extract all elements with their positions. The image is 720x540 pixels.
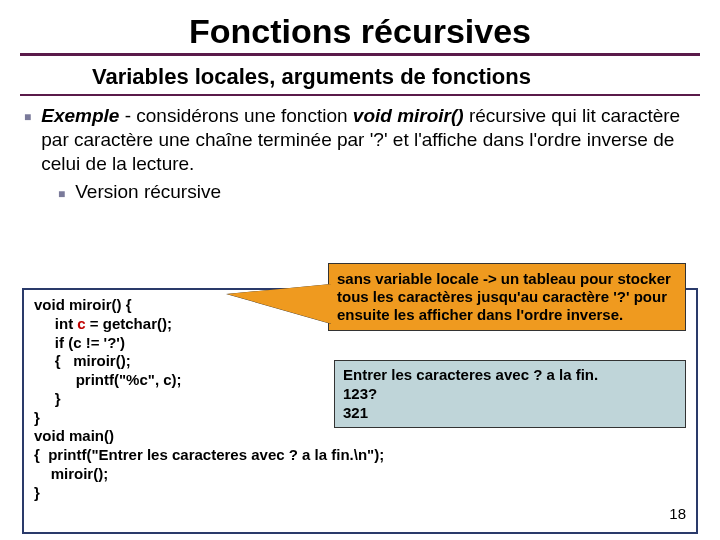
sub-bullet-text: Version récursive (75, 181, 221, 203)
code-var-c: c (77, 315, 85, 332)
code-l4: { miroir(); (34, 352, 131, 369)
code-l10: miroir(); (34, 465, 108, 482)
code-l7: } (34, 409, 40, 426)
bullet-lead: Exemple (41, 105, 119, 126)
code-l2b: = getchar(); (86, 315, 172, 332)
code-l9: { printf("Entrer les caracteres avec ? a… (34, 446, 384, 463)
callout-arrow-icon (227, 284, 332, 324)
code-l3: if (c != '?') (34, 334, 125, 351)
bullet-dash: - considérons une fonction (119, 105, 352, 126)
bullet-fn: void miroir() (353, 105, 464, 126)
output-box: Entrer les caracteres avec ? a la fin. 1… (334, 360, 686, 428)
code-l2a: int (34, 315, 77, 332)
callout-note: sans variable locale -> un tableau pour … (328, 263, 686, 331)
bullet-square-icon: ■ (24, 110, 31, 125)
bullet-square-icon: ■ (58, 187, 65, 201)
main-bullet: ■ Exemple - considérons une fonction voi… (0, 104, 720, 175)
code-l6: } (34, 390, 61, 407)
bullet-text: Exemple - considérons une fonction void … (41, 104, 696, 175)
code-l5: printf("%c", c); (34, 371, 182, 388)
code-l11: } (34, 484, 40, 501)
slide-title: Fonctions récursives (20, 0, 700, 56)
slide-subtitle: Variables locales, arguments de fonction… (20, 64, 700, 96)
sub-bullet: ■ Version récursive (0, 175, 720, 209)
page-number: 18 (669, 505, 686, 522)
code-l8: void main() (34, 427, 114, 444)
callout-text: sans variable locale -> un tableau pour … (337, 270, 671, 323)
code-l1: void miroir() { (34, 296, 132, 313)
